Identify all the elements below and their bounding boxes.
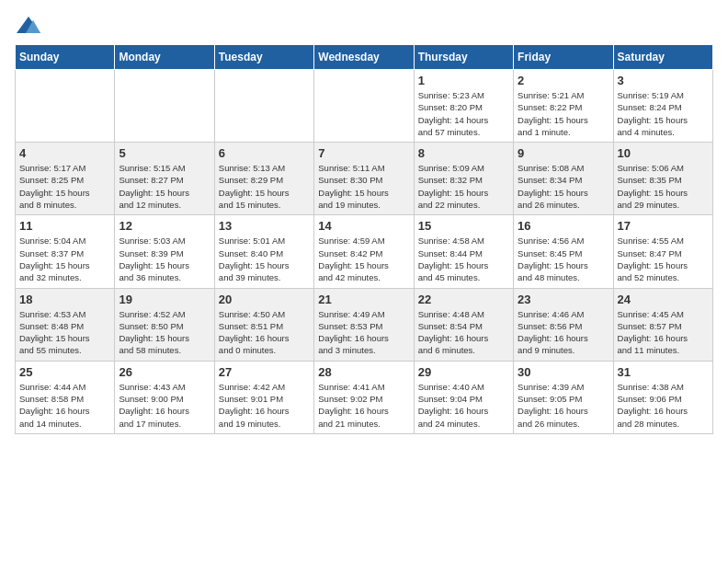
logo-icon: [15, 15, 42, 37]
day-number: 12: [119, 219, 210, 233]
calendar-table: SundayMondayTuesdayWednesdayThursdayFrid…: [15, 44, 713, 434]
day-number: 24: [618, 293, 709, 306]
day-info: Sunrise: 4:59 AM Sunset: 8:42 PM Dayligh…: [318, 235, 409, 283]
calendar-cell: 25Sunrise: 4:44 AM Sunset: 8:58 PM Dayli…: [16, 361, 115, 433]
calendar-cell: [314, 70, 414, 143]
day-number: 7: [318, 146, 409, 160]
day-number: 21: [318, 293, 409, 306]
day-number: 1: [418, 74, 509, 87]
day-info: Sunrise: 4:55 AM Sunset: 8:47 PM Dayligh…: [618, 235, 709, 283]
day-info: Sunrise: 4:52 AM Sunset: 8:50 PM Dayligh…: [119, 308, 210, 357]
day-info: Sunrise: 4:43 AM Sunset: 9:00 PM Dayligh…: [119, 381, 210, 430]
day-info: Sunrise: 4:49 AM Sunset: 8:53 PM Dayligh…: [318, 308, 409, 357]
calendar-cell: 28Sunrise: 4:41 AM Sunset: 9:02 PM Dayli…: [314, 361, 414, 433]
calendar-cell: [115, 70, 214, 143]
day-info: Sunrise: 5:11 AM Sunset: 8:30 PM Dayligh…: [318, 162, 409, 211]
day-info: Sunrise: 5:15 AM Sunset: 8:27 PM Dayligh…: [119, 162, 210, 211]
calendar-cell: 24Sunrise: 4:45 AM Sunset: 8:57 PM Dayli…: [613, 288, 712, 361]
day-number: 30: [518, 365, 609, 379]
calendar-cell: 31Sunrise: 4:38 AM Sunset: 9:06 PM Dayli…: [613, 361, 712, 433]
day-info: Sunrise: 5:17 AM Sunset: 8:25 PM Dayligh…: [19, 162, 110, 211]
calendar-cell: 22Sunrise: 4:48 AM Sunset: 8:54 PM Dayli…: [414, 288, 513, 361]
calendar-cell: 11Sunrise: 5:04 AM Sunset: 8:37 PM Dayli…: [16, 215, 115, 288]
day-number: 11: [19, 219, 110, 233]
calendar-cell: 13Sunrise: 5:01 AM Sunset: 8:40 PM Dayli…: [214, 215, 313, 288]
calendar-cell: 18Sunrise: 4:53 AM Sunset: 8:48 PM Dayli…: [16, 288, 115, 361]
day-number: 13: [219, 219, 310, 233]
calendar-cell: 6Sunrise: 5:13 AM Sunset: 8:29 PM Daylig…: [214, 143, 313, 215]
day-number: 26: [119, 365, 210, 379]
day-info: Sunrise: 4:48 AM Sunset: 8:54 PM Dayligh…: [418, 308, 509, 357]
day-info: Sunrise: 4:44 AM Sunset: 8:58 PM Dayligh…: [19, 381, 110, 430]
weekday-header-friday: Friday: [514, 45, 613, 70]
day-number: 2: [518, 74, 609, 87]
day-number: 15: [418, 219, 509, 233]
day-info: Sunrise: 4:40 AM Sunset: 9:04 PM Dayligh…: [418, 381, 509, 430]
calendar-cell: 17Sunrise: 4:55 AM Sunset: 8:47 PM Dayli…: [613, 215, 712, 288]
day-info: Sunrise: 4:58 AM Sunset: 8:44 PM Dayligh…: [418, 235, 509, 283]
day-info: Sunrise: 4:41 AM Sunset: 9:02 PM Dayligh…: [318, 381, 409, 430]
day-number: 29: [418, 365, 509, 379]
calendar-cell: 8Sunrise: 5:09 AM Sunset: 8:32 PM Daylig…: [414, 143, 513, 215]
day-number: 27: [219, 365, 310, 379]
day-info: Sunrise: 5:23 AM Sunset: 8:20 PM Dayligh…: [418, 89, 509, 138]
day-info: Sunrise: 5:19 AM Sunset: 8:24 PM Dayligh…: [618, 89, 709, 138]
day-number: 6: [219, 146, 310, 160]
calendar-cell: 2Sunrise: 5:21 AM Sunset: 8:22 PM Daylig…: [514, 70, 613, 143]
day-info: Sunrise: 4:39 AM Sunset: 9:05 PM Dayligh…: [518, 381, 609, 430]
day-number: 20: [219, 293, 310, 306]
weekday-header-thursday: Thursday: [414, 45, 513, 70]
day-number: 14: [318, 219, 409, 233]
calendar-cell: 10Sunrise: 5:06 AM Sunset: 8:35 PM Dayli…: [613, 143, 712, 215]
calendar-cell: 4Sunrise: 5:17 AM Sunset: 8:25 PM Daylig…: [16, 143, 115, 215]
day-number: 17: [618, 219, 709, 233]
calendar-cell: [214, 70, 313, 143]
calendar-cell: 1Sunrise: 5:23 AM Sunset: 8:20 PM Daylig…: [414, 70, 513, 143]
weekday-header-wednesday: Wednesday: [314, 45, 414, 70]
calendar-cell: 19Sunrise: 4:52 AM Sunset: 8:50 PM Dayli…: [115, 288, 214, 361]
day-info: Sunrise: 5:13 AM Sunset: 8:29 PM Dayligh…: [219, 162, 310, 211]
day-info: Sunrise: 4:45 AM Sunset: 8:57 PM Dayligh…: [618, 308, 709, 357]
day-info: Sunrise: 4:50 AM Sunset: 8:51 PM Dayligh…: [219, 308, 310, 357]
logo: [15, 15, 46, 37]
day-number: 18: [19, 293, 110, 306]
day-number: 28: [318, 365, 409, 379]
calendar-cell: 3Sunrise: 5:19 AM Sunset: 8:24 PM Daylig…: [613, 70, 712, 143]
calendar-cell: 27Sunrise: 4:42 AM Sunset: 9:01 PM Dayli…: [214, 361, 313, 433]
calendar-cell: 5Sunrise: 5:15 AM Sunset: 8:27 PM Daylig…: [115, 143, 214, 215]
day-info: Sunrise: 4:53 AM Sunset: 8:48 PM Dayligh…: [19, 308, 110, 357]
day-number: 19: [119, 293, 210, 306]
weekday-header-sunday: Sunday: [16, 45, 115, 70]
day-info: Sunrise: 4:46 AM Sunset: 8:56 PM Dayligh…: [518, 308, 609, 357]
weekday-header-saturday: Saturday: [613, 45, 712, 70]
calendar-cell: 21Sunrise: 4:49 AM Sunset: 8:53 PM Dayli…: [314, 288, 414, 361]
day-number: 16: [518, 219, 609, 233]
day-info: Sunrise: 4:56 AM Sunset: 8:45 PM Dayligh…: [518, 235, 609, 283]
calendar-cell: 26Sunrise: 4:43 AM Sunset: 9:00 PM Dayli…: [115, 361, 214, 433]
calendar-cell: 16Sunrise: 4:56 AM Sunset: 8:45 PM Dayli…: [514, 215, 613, 288]
calendar-cell: 14Sunrise: 4:59 AM Sunset: 8:42 PM Dayli…: [314, 215, 414, 288]
day-info: Sunrise: 5:04 AM Sunset: 8:37 PM Dayligh…: [19, 235, 110, 283]
day-info: Sunrise: 4:42 AM Sunset: 9:01 PM Dayligh…: [219, 381, 310, 430]
calendar-cell: 30Sunrise: 4:39 AM Sunset: 9:05 PM Dayli…: [514, 361, 613, 433]
page-header: [15, 15, 713, 37]
day-number: 9: [518, 146, 609, 160]
day-number: 4: [19, 146, 110, 160]
weekday-header-tuesday: Tuesday: [214, 45, 313, 70]
day-number: 8: [418, 146, 509, 160]
calendar-cell: [16, 70, 115, 143]
calendar-cell: 29Sunrise: 4:40 AM Sunset: 9:04 PM Dayli…: [414, 361, 513, 433]
calendar-cell: 23Sunrise: 4:46 AM Sunset: 8:56 PM Dayli…: [514, 288, 613, 361]
calendar-cell: 12Sunrise: 5:03 AM Sunset: 8:39 PM Dayli…: [115, 215, 214, 288]
day-info: Sunrise: 5:09 AM Sunset: 8:32 PM Dayligh…: [418, 162, 509, 211]
day-number: 22: [418, 293, 509, 306]
calendar-cell: 15Sunrise: 4:58 AM Sunset: 8:44 PM Dayli…: [414, 215, 513, 288]
calendar-cell: 20Sunrise: 4:50 AM Sunset: 8:51 PM Dayli…: [214, 288, 313, 361]
day-info: Sunrise: 4:38 AM Sunset: 9:06 PM Dayligh…: [618, 381, 709, 430]
day-number: 3: [618, 74, 709, 87]
day-info: Sunrise: 5:08 AM Sunset: 8:34 PM Dayligh…: [518, 162, 609, 211]
day-info: Sunrise: 5:01 AM Sunset: 8:40 PM Dayligh…: [219, 235, 310, 283]
day-number: 23: [518, 293, 609, 306]
day-number: 5: [119, 146, 210, 160]
calendar-cell: 9Sunrise: 5:08 AM Sunset: 8:34 PM Daylig…: [514, 143, 613, 215]
